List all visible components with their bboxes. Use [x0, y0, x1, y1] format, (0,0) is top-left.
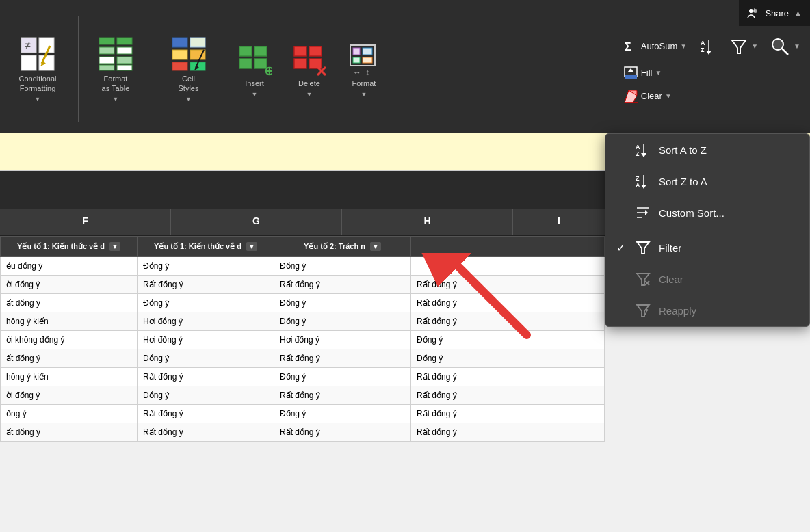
- clear-filter-item[interactable]: Clear: [605, 263, 809, 295]
- svg-marker-51: [627, 68, 634, 72]
- header-h: Yếu tố 2: Trách n ▼: [274, 237, 411, 257]
- people-icon: +: [747, 7, 759, 19]
- cell-i-6[interactable]: Rất đồng ý: [411, 368, 605, 386]
- custom-sort-label: Custom Sort...: [659, 207, 724, 219]
- cell-h-7[interactable]: Rất đồng ý: [274, 386, 411, 405]
- cell-f-5[interactable]: ất đồng ý: [1, 349, 138, 368]
- cell-styles-label: Cell Styles: [179, 75, 199, 92]
- cell-h-9[interactable]: Rất đồng ý: [274, 423, 411, 442]
- cell-h-6[interactable]: Đồng ý: [274, 368, 411, 386]
- svg-rect-35: [353, 48, 360, 55]
- sort-z-a-menu-icon: Z A: [636, 174, 651, 189]
- cell-g-4[interactable]: Hơi đồng ý: [138, 331, 274, 349]
- cell-g-6[interactable]: Rất đồng ý: [138, 368, 274, 386]
- cell-h-8[interactable]: Đồng ý: [274, 405, 411, 423]
- cell-i-4[interactable]: Đồng ý: [411, 331, 605, 349]
- custom-sort-item[interactable]: Custom Sort...: [605, 197, 809, 228]
- col-header-g: G: [171, 209, 342, 235]
- cell-h-3[interactable]: Đồng ý: [274, 312, 411, 331]
- autosum-row: Σ AutoSum ▼ A Z: [619, 34, 805, 59]
- svg-rect-19: [172, 62, 187, 70]
- format-as-table-button[interactable]: Format as Table ▼: [81, 5, 150, 133]
- svg-marker-46: [732, 40, 746, 53]
- cell-h-2[interactable]: Đồng ý: [274, 294, 411, 312]
- cell-h-4[interactable]: Hơi đồng ý: [274, 331, 411, 349]
- filter-dropdown-h[interactable]: ▼: [370, 242, 381, 251]
- svg-text:Z: Z: [636, 175, 640, 182]
- filter-toolbar-button[interactable]: ▼: [725, 34, 762, 59]
- svg-rect-15: [172, 38, 187, 47]
- clear-button[interactable]: Clear ▼: [619, 87, 676, 106]
- cell-g-8[interactable]: Rất đồng ý: [138, 405, 274, 423]
- svg-rect-38: [363, 57, 372, 63]
- fill-button[interactable]: Fill ▼: [619, 64, 666, 83]
- cell-g-5[interactable]: Đồng ý: [138, 349, 274, 368]
- autosum-label: AutoSum: [641, 41, 677, 51]
- filter-dropdown-menu: A Z Sort A to Z Z A Sort Z to A: [605, 133, 810, 327]
- svg-rect-24: [254, 46, 267, 56]
- cell-f-0[interactable]: ều đồng ý: [1, 257, 138, 276]
- table-row: ất đồng ýĐồng ýĐồng ýRất đồng ý: [1, 294, 605, 312]
- sort-az-toolbar-button[interactable]: A Z: [695, 34, 722, 59]
- cell-f-2[interactable]: ất đồng ý: [1, 294, 138, 312]
- conditional-formatting-icon: ≠: [20, 36, 55, 72]
- delete-button[interactable]: Delete ▼: [282, 5, 337, 133]
- svg-marker-61: [641, 153, 646, 157]
- cell-i-1[interactable]: Rất đồng ý: [411, 276, 605, 294]
- cell-styles-button[interactable]: Cell Styles ▼: [156, 5, 221, 133]
- cell-i-8[interactable]: Rất đồng ý: [411, 405, 605, 423]
- svg-rect-30: [294, 59, 306, 68]
- svg-text:⊕: ⊕: [264, 64, 272, 77]
- cell-f-3[interactable]: hông ý kiến: [1, 312, 138, 331]
- cell-g-2[interactable]: Đồng ý: [138, 294, 274, 312]
- cell-f-6[interactable]: hông ý kiến: [1, 368, 138, 386]
- cell-i-2[interactable]: Rất đồng ý: [411, 294, 605, 312]
- cell-h-1[interactable]: Rất đồng ý: [274, 276, 411, 294]
- svg-text:↔: ↔: [353, 68, 361, 77]
- filter-item[interactable]: ✓ Filter: [605, 232, 809, 263]
- format-button[interactable]: ↔ ↕ Format ▼: [337, 5, 391, 133]
- svg-rect-36: [363, 48, 372, 55]
- svg-rect-31: [309, 59, 322, 68]
- cell-i-5[interactable]: Đồng ý: [411, 349, 605, 368]
- format-icon: ↔ ↕: [346, 41, 382, 77]
- svg-marker-70: [637, 242, 649, 254]
- sort-z-a-item[interactable]: Z A Sort Z to A: [605, 165, 809, 197]
- reapply-item[interactable]: Reapply: [605, 295, 809, 326]
- cell-i-0[interactable]: [411, 257, 605, 276]
- cell-h-5[interactable]: Rất đồng ý: [274, 349, 411, 368]
- cell-i-7[interactable]: Rất đồng ý: [411, 386, 605, 405]
- autosum-button[interactable]: Σ AutoSum ▼: [619, 37, 691, 56]
- cell-f-9[interactable]: ất đồng ý: [1, 423, 138, 442]
- cell-g-1[interactable]: Rất đồng ý: [138, 276, 274, 294]
- cell-g-9[interactable]: Rất đồng ý: [138, 423, 274, 442]
- filter-dropdown-g[interactable]: ▼: [246, 242, 257, 251]
- filter-dropdown-f[interactable]: ▼: [109, 242, 120, 251]
- menu-divider-1: [605, 230, 809, 230]
- cell-g-3[interactable]: Hơi đồng ý: [138, 312, 274, 331]
- svg-rect-13: [99, 65, 114, 70]
- svg-rect-17: [172, 50, 187, 59]
- share-label[interactable]: Share: [765, 8, 789, 18]
- svg-line-48: [782, 49, 788, 55]
- conditional-formatting-button[interactable]: ≠ Conditional Formatting ▼: [0, 5, 75, 133]
- sort-a-z-item[interactable]: A Z Sort A to Z: [605, 134, 809, 165]
- cell-h-0[interactable]: Đồng ý: [274, 257, 411, 276]
- cell-g-0[interactable]: Đồng ý: [138, 257, 274, 276]
- cell-g-7[interactable]: Đồng ý: [138, 386, 274, 405]
- insert-button[interactable]: ⊕ Insert ▼: [227, 5, 282, 133]
- fill-icon: [623, 66, 638, 81]
- filter-label: Filter: [659, 242, 681, 254]
- cell-f-7[interactable]: ời đồng ý: [1, 386, 138, 405]
- filter-menu-icon: [636, 240, 651, 255]
- search-toolbar-button[interactable]: ▼: [765, 34, 805, 59]
- svg-marker-75: [646, 308, 649, 312]
- cell-i-9[interactable]: Rất đồng ý: [411, 423, 605, 442]
- svg-rect-29: [309, 46, 322, 56]
- svg-text:Σ: Σ: [625, 41, 631, 53]
- table-row: ời đồng ýRất đồng ýRất đồng ýRất đồng ý: [1, 276, 605, 294]
- cell-f-4[interactable]: ời không đồng ý: [1, 331, 138, 349]
- cell-f-8[interactable]: ồng ý: [1, 405, 138, 423]
- cell-f-1[interactable]: ời đồng ý: [1, 276, 138, 294]
- cell-i-3[interactable]: Rất đồng ý: [411, 312, 605, 331]
